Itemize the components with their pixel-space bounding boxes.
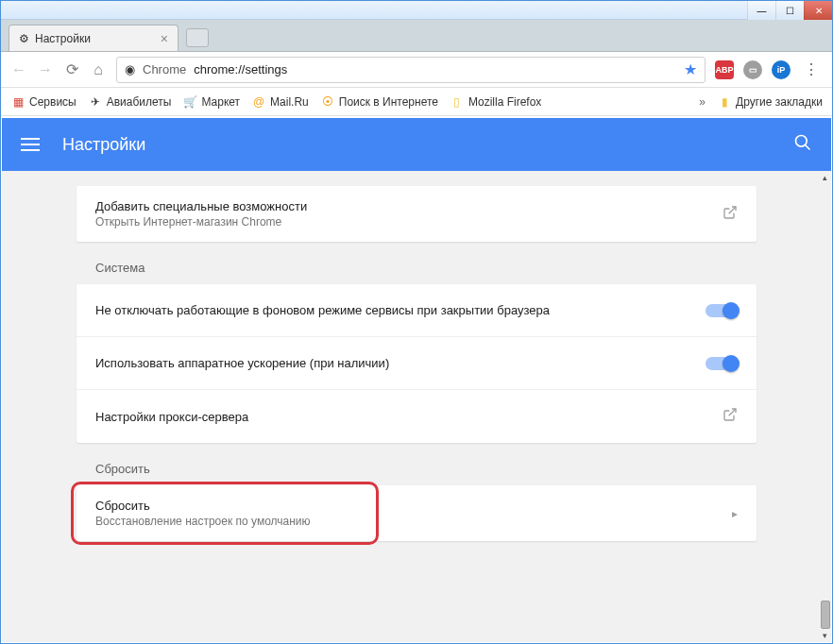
- bookmark-item[interactable]: ▯ Mozilla Firefox: [450, 94, 541, 110]
- bookmark-item[interactable]: 🛒 Маркет: [182, 94, 240, 110]
- row-title: Настройки прокси-сервера: [95, 410, 722, 424]
- reset-settings-row[interactable]: Сбросить Восстановление настроек по умол…: [76, 485, 756, 541]
- bookmark-item[interactable]: ✈ Авиабилеты: [88, 94, 172, 110]
- menu-hamburger-icon[interactable]: [21, 138, 40, 151]
- scroll-up-button[interactable]: ▴: [819, 173, 830, 184]
- row-title: Использовать аппаратное ускорение (при н…: [95, 356, 706, 370]
- apps-icon: ▦: [10, 94, 26, 110]
- plane-icon: ✈: [88, 94, 103, 110]
- window-titlebar: — ☐ ✕: [1, 1, 832, 20]
- scroll-down-button[interactable]: ▾: [819, 631, 830, 642]
- window-maximize-button[interactable]: ☐: [775, 1, 804, 20]
- background-services-toggle[interactable]: [706, 304, 738, 317]
- svg-line-3: [729, 409, 736, 415]
- bookmark-label: Авиабилеты: [107, 95, 172, 109]
- apps-shortcut[interactable]: ▦ Сервисы: [10, 94, 76, 110]
- external-link-icon: [722, 407, 738, 426]
- back-button[interactable]: ←: [10, 61, 27, 78]
- row-title: Не отключать работающие в фоновом режиме…: [95, 303, 706, 317]
- bookmark-label: Поиск в Интернете: [339, 95, 438, 109]
- tab-close-icon[interactable]: ×: [161, 31, 168, 46]
- bookmark-item[interactable]: ⦿ Поиск в Интернете: [320, 94, 438, 110]
- svg-point-0: [796, 135, 808, 146]
- hardware-acceleration-row[interactable]: Использовать аппаратное ускорение (при н…: [76, 337, 756, 390]
- page-title: Настройки: [62, 135, 145, 155]
- window-controls: — ☐ ✕: [747, 1, 832, 20]
- external-link-icon: [722, 205, 738, 224]
- forward-button[interactable]: →: [37, 61, 54, 78]
- page-icon: ▯: [450, 94, 465, 110]
- bookmark-star-icon[interactable]: ★: [684, 60, 697, 78]
- bookmark-label: Mozilla Firefox: [468, 95, 541, 109]
- scrollbar-thumb[interactable]: [821, 601, 830, 629]
- other-bookmarks-label: Другие закладки: [736, 95, 823, 109]
- tab-title: Настройки: [35, 32, 91, 45]
- hardware-acceleration-toggle[interactable]: [706, 357, 738, 370]
- system-section-label: Система: [76, 242, 756, 284]
- row-title: Сбросить: [95, 499, 732, 513]
- home-button[interactable]: ⌂: [90, 61, 107, 78]
- extension-icon[interactable]: iP: [772, 60, 790, 79]
- folder-icon: ▮: [717, 94, 732, 110]
- bookmarks-bar: ▦ Сервисы ✈ Авиабилеты 🛒 Маркет @ Mail.R…: [1, 88, 832, 116]
- window-minimize-button[interactable]: —: [747, 1, 775, 20]
- cart-icon: 🛒: [182, 94, 197, 110]
- proxy-settings-row[interactable]: Настройки прокси-сервера: [76, 390, 756, 443]
- search-icon: ⦿: [320, 94, 335, 110]
- abp-extension-icon[interactable]: ABP: [715, 60, 734, 79]
- browser-toolbar: ← → ⟳ ⌂ ◉ Chrome chrome://settings ★ ABP…: [1, 52, 832, 88]
- new-tab-button[interactable]: [186, 28, 209, 47]
- row-title: Добавить специальные возможности: [95, 199, 722, 213]
- bookmark-item[interactable]: @ Mail.Ru: [251, 94, 309, 110]
- gear-icon: ⚙: [19, 32, 29, 45]
- page-content: Настройки Добавить специальные возможнос…: [2, 118, 831, 642]
- tab-strip: ⚙ Настройки ×: [1, 20, 832, 52]
- accessibility-card: Добавить специальные возможности Открыть…: [76, 186, 756, 242]
- browser-tab-settings[interactable]: ⚙ Настройки ×: [8, 25, 178, 51]
- reset-section-label: Сбросить: [76, 443, 756, 485]
- browser-menu-button[interactable]: ⋮: [800, 60, 823, 78]
- bookmarks-overflow-button[interactable]: »: [699, 95, 706, 109]
- add-accessibility-row[interactable]: Добавить специальные возможности Открыть…: [76, 186, 756, 242]
- omnibox-origin-label: Chrome: [143, 62, 186, 76]
- mail-icon: @: [251, 94, 266, 110]
- omnibox-url: chrome://settings: [194, 62, 287, 76]
- search-icon[interactable]: [793, 133, 812, 157]
- reload-button[interactable]: ⟳: [63, 60, 80, 78]
- apps-label: Сервисы: [29, 95, 76, 109]
- system-card: Не отключать работающие в фоновом режиме…: [76, 284, 756, 443]
- svg-line-2: [729, 207, 736, 213]
- other-bookmarks-button[interactable]: ▮ Другие закладки: [717, 94, 823, 110]
- svg-line-1: [806, 144, 810, 149]
- chrome-favicon-icon: ◉: [125, 62, 135, 76]
- address-bar[interactable]: ◉ Chrome chrome://settings ★: [116, 57, 706, 83]
- chevron-right-icon: ▸: [732, 507, 738, 520]
- row-subtitle: Восстановление настроек по умолчанию: [95, 515, 732, 528]
- extension-icon[interactable]: ▭: [743, 60, 762, 79]
- reset-card: Сбросить Восстановление настроек по умол…: [76, 485, 756, 541]
- settings-header: Настройки: [2, 118, 831, 171]
- window-close-button[interactable]: ✕: [804, 1, 832, 20]
- bookmark-label: Mail.Ru: [270, 95, 309, 109]
- window-frame: — ☐ ✕ ⚙ Настройки × ← → ⟳ ⌂ ◉ Chrome chr…: [0, 0, 833, 644]
- row-subtitle: Открыть Интернет-магазин Chrome: [95, 215, 722, 229]
- settings-scroll-area[interactable]: Добавить специальные возможности Открыть…: [2, 171, 831, 642]
- background-services-row[interactable]: Не отключать работающие в фоновом режиме…: [76, 284, 756, 337]
- bookmark-label: Маркет: [201, 95, 240, 109]
